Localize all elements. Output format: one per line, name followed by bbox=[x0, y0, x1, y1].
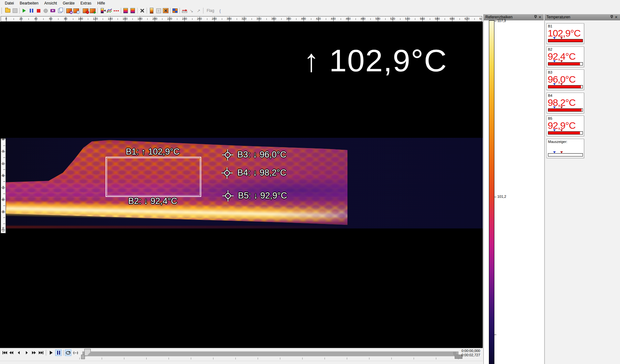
timeline-track[interactable] bbox=[82, 351, 459, 356]
palette-up-button[interactable] bbox=[122, 7, 129, 14]
close-icon[interactable]: ✕ bbox=[538, 15, 542, 19]
brace-button[interactable]: { bbox=[216, 7, 223, 14]
tools-orange-icon bbox=[163, 8, 169, 13]
scale-mid-label: 101,2 bbox=[497, 195, 506, 198]
ruler-label: 620 bbox=[465, 17, 470, 20]
ruler-minor-tick bbox=[311, 18, 311, 20]
profile-curves-button[interactable] bbox=[106, 7, 113, 14]
play-file-button[interactable] bbox=[89, 7, 96, 14]
ruler-label: 260 bbox=[197, 17, 202, 20]
ruler-label: 120 bbox=[2, 228, 5, 232]
auto-scale-button[interactable]: ↕ bbox=[155, 7, 162, 14]
toolbar-separator bbox=[180, 8, 180, 14]
menu-hilfe[interactable]: Hilfe bbox=[94, 0, 108, 6]
sensor-value: 92,9°C bbox=[548, 120, 584, 130]
snapshot-button[interactable] bbox=[49, 7, 56, 14]
sensor-value: 96,0°C bbox=[548, 74, 584, 84]
time-readout: 0:00:00,000 0:00:02,727 bbox=[461, 349, 480, 357]
measure-point-b4-marker[interactable] bbox=[222, 167, 232, 178]
reference-bar-button[interactable] bbox=[148, 7, 155, 14]
sensor-box-b3: B396,0°C bbox=[546, 69, 584, 90]
toolbar-separator bbox=[19, 8, 20, 14]
sensor-bar bbox=[548, 85, 583, 88]
ruler-minor-tick bbox=[3, 206, 5, 206]
fast-forward-button[interactable] bbox=[31, 349, 37, 356]
record-frame-button[interactable] bbox=[82, 7, 89, 14]
pin-icon[interactable] bbox=[533, 15, 538, 19]
save-button[interactable] bbox=[11, 7, 18, 14]
layout-tiles-button[interactable] bbox=[171, 7, 179, 14]
open-folder-icon bbox=[5, 9, 10, 13]
ruler-minor-tick bbox=[3, 217, 5, 218]
timeline-tick bbox=[436, 358, 436, 359]
sensor-bar bbox=[548, 108, 583, 112]
ruler-label: 20 bbox=[19, 17, 23, 20]
ruler-label: 540 bbox=[405, 17, 410, 20]
ruler-label: 32 bbox=[2, 161, 5, 166]
ruler-minor-tick bbox=[28, 18, 29, 20]
ruler-minor-tick bbox=[474, 18, 475, 20]
horizontal-ruler: 0204060801001201401601802002202402602803… bbox=[1, 16, 482, 22]
reference-color-scale[interactable] bbox=[489, 20, 494, 364]
temperatures-panel-header: Temperaturen ✕ bbox=[545, 14, 620, 20]
ruler-label: 160 bbox=[123, 17, 128, 20]
timeline-tick bbox=[280, 358, 280, 359]
scale-tick-max bbox=[494, 21, 496, 21]
export-down-button[interactable]: ↘ bbox=[188, 7, 195, 14]
copy-button[interactable] bbox=[56, 7, 63, 14]
menu-ansicht[interactable]: Ansicht bbox=[41, 0, 60, 6]
temperature-dots-button[interactable] bbox=[113, 7, 120, 14]
measure-arrow-button[interactable] bbox=[181, 7, 188, 14]
ruler-label: 460 bbox=[346, 17, 350, 20]
menu-bearbeiten[interactable]: Bearbeiten bbox=[17, 0, 41, 6]
ruler-minor-tick bbox=[326, 18, 326, 20]
save-image-button[interactable] bbox=[66, 7, 73, 14]
measure-point-b3-marker[interactable] bbox=[222, 149, 233, 160]
palette-bar-icon bbox=[101, 8, 104, 13]
measure-point-b5-marker[interactable] bbox=[222, 190, 233, 201]
play-clip-button[interactable] bbox=[48, 349, 54, 356]
playback-separator bbox=[46, 350, 46, 356]
close-icon[interactable]: ✕ bbox=[614, 15, 618, 19]
skip-to-end-button[interactable] bbox=[38, 349, 44, 356]
play-button[interactable] bbox=[21, 7, 28, 14]
record-button[interactable] bbox=[42, 7, 49, 14]
measure-area-b1-rectangle[interactable] bbox=[106, 157, 201, 197]
playback-separator bbox=[63, 350, 64, 356]
palette-select-button[interactable] bbox=[98, 7, 106, 14]
pin-icon[interactable] bbox=[609, 15, 614, 19]
pause-button[interactable] bbox=[28, 7, 35, 14]
step-back-button[interactable] bbox=[16, 349, 22, 356]
export-image-button[interactable] bbox=[73, 7, 80, 14]
ruler-minor-tick bbox=[3, 194, 5, 194]
toolbar-drag-handle[interactable] bbox=[1, 8, 3, 14]
menu-datei[interactable]: Datei bbox=[2, 0, 17, 6]
fast-rewind-button[interactable] bbox=[8, 349, 15, 356]
ruler-label: 320 bbox=[242, 17, 246, 20]
sensor-box-b4: B498,2°C bbox=[546, 93, 584, 113]
ir-image-canvas[interactable]: ↑ 102,9°C B1: ↑ 102,9°C B2: ↓ 92,4°C B3:… bbox=[0, 22, 483, 348]
tools-icon bbox=[140, 9, 144, 13]
mouse-pointer-label: Mauszeiger: bbox=[548, 140, 584, 144]
export-up-button[interactable]: ↗ bbox=[195, 7, 202, 14]
stop-button[interactable] bbox=[35, 7, 42, 14]
flag-button[interactable]: Flag bbox=[204, 8, 216, 13]
ruler-label: 420 bbox=[316, 17, 321, 20]
settings-button[interactable] bbox=[139, 7, 146, 14]
loop-button[interactable] bbox=[65, 349, 71, 356]
pause-clip-button[interactable] bbox=[55, 349, 62, 356]
timeline-tick bbox=[347, 358, 347, 359]
sensor-value: 98,2°C bbox=[548, 97, 584, 107]
ruler-minor-tick bbox=[266, 18, 267, 20]
skip-to-start-button[interactable] bbox=[2, 349, 8, 356]
frame-step-mode-button[interactable] bbox=[72, 349, 79, 356]
sensor-value: 92,4°C bbox=[548, 51, 584, 61]
ir-settings-button[interactable] bbox=[162, 7, 169, 14]
menu-geräte[interactable]: Geräte bbox=[60, 0, 78, 6]
open-button[interactable] bbox=[4, 7, 11, 14]
step-forward-button[interactable] bbox=[24, 349, 30, 356]
palette-down-button[interactable] bbox=[129, 7, 136, 14]
timeline-tick bbox=[235, 358, 236, 359]
ruler-label: 100 bbox=[78, 17, 83, 20]
menu-extras[interactable]: Extras bbox=[78, 0, 94, 6]
